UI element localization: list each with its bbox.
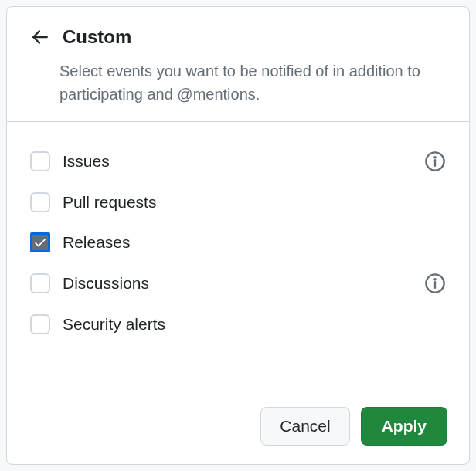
arrow-left-icon xyxy=(30,27,50,47)
dialog-footer: Cancel Apply xyxy=(7,401,469,464)
option-left: Discussions xyxy=(30,273,149,293)
svg-point-6 xyxy=(434,279,435,280)
dialog-body: Issues Pull requests Releases xyxy=(7,122,469,401)
cancel-button[interactable]: Cancel xyxy=(260,407,349,446)
option-left: Releases xyxy=(30,232,131,252)
option-label: Releases xyxy=(63,233,131,252)
checkbox-issues[interactable] xyxy=(30,151,50,171)
header-top: Custom xyxy=(29,25,447,49)
option-left: Security alerts xyxy=(30,314,165,334)
apply-button[interactable]: Apply xyxy=(361,407,447,446)
option-row-issues: Issues xyxy=(30,141,446,182)
custom-notifications-dialog: Custom Select events you want to be noti… xyxy=(6,6,470,465)
dialog-subtitle: Select events you want to be notified of… xyxy=(29,59,447,106)
option-label: Discussions xyxy=(63,274,149,293)
info-icon[interactable] xyxy=(424,151,446,172)
dialog-title: Custom xyxy=(63,26,131,48)
checkbox-discussions[interactable] xyxy=(30,273,50,293)
option-row-security-alerts: Security alerts xyxy=(30,304,446,344)
dialog-header: Custom Select events you want to be noti… xyxy=(7,7,469,122)
checkbox-releases[interactable] xyxy=(30,232,50,252)
option-label: Security alerts xyxy=(63,315,165,334)
back-button[interactable] xyxy=(29,25,52,49)
option-left: Pull requests xyxy=(30,192,156,212)
option-label: Issues xyxy=(63,152,110,171)
option-label: Pull requests xyxy=(63,193,156,212)
option-row-releases: Releases xyxy=(30,222,446,263)
option-left: Issues xyxy=(30,151,110,171)
info-icon[interactable] xyxy=(424,273,446,294)
option-row-discussions: Discussions xyxy=(30,263,446,304)
checkbox-security-alerts[interactable] xyxy=(30,314,50,334)
checkbox-pull-requests[interactable] xyxy=(30,192,50,212)
option-row-pull-requests: Pull requests xyxy=(30,182,446,222)
svg-point-3 xyxy=(434,157,435,158)
